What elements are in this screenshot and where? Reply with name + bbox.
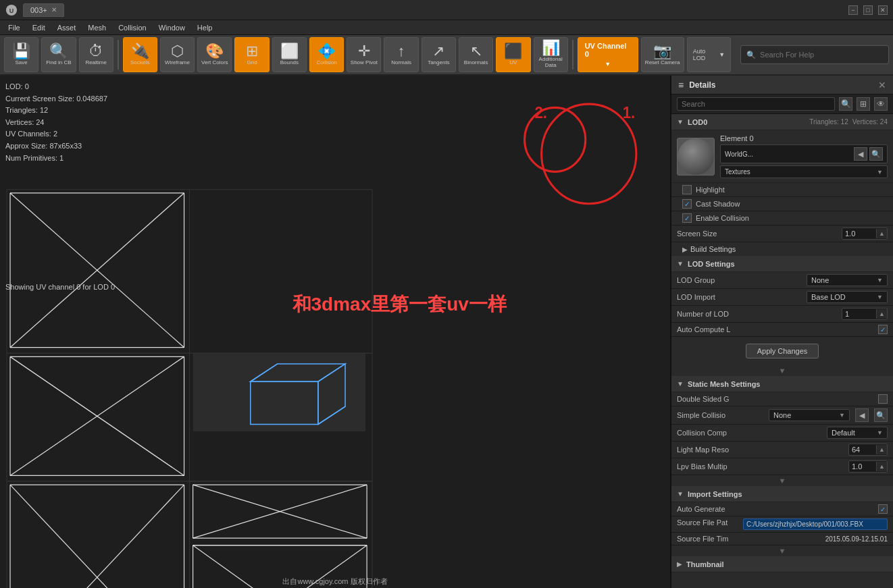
apply-changes-button[interactable]: Apply Changes <box>746 344 819 358</box>
material-world-dropdown[interactable]: WorldG... ◀ 🔍 <box>720 144 888 163</box>
bounds-button[interactable]: ⬜ Bounds <box>272 37 307 72</box>
main-content: LOD: 0 Current Screen Size: 0.048687 Tri… <box>0 76 893 588</box>
screen-size-label: Screen Size <box>677 230 836 238</box>
lod-group-dropdown[interactable]: None ▼ <box>807 274 888 286</box>
vert-colors-button[interactable]: 🎨 Vert Colors <box>197 37 232 72</box>
details-title: Details <box>689 80 873 90</box>
info-uv-channels: UV Channels: 2 <box>5 128 107 140</box>
cast-shadow-checkbox[interactable] <box>682 199 692 209</box>
screen-size-field[interactable]: ▲ <box>842 228 888 240</box>
search-icon[interactable]: 🔍 <box>839 97 852 111</box>
grid-view-button[interactable]: ⊞ <box>857 97 870 111</box>
title-bar: U 003+ ✕ − □ ✕ <box>0 0 893 20</box>
simple-collision-arrow-icon: ▼ <box>839 412 845 419</box>
static-mesh-settings-header[interactable]: ▼ Static Mesh Settings <box>671 376 893 392</box>
reset-camera-button[interactable]: 📷 Reset Camera <box>641 37 684 72</box>
binormals-icon: ↖ <box>470 44 482 59</box>
realtime-button[interactable]: ⏱ Realtime <box>79 37 113 72</box>
uv-label: UV <box>509 60 517 66</box>
double-sided-checkbox[interactable] <box>878 394 888 404</box>
thumbnail-header[interactable]: ▶ Thumbnail <box>671 556 893 572</box>
light-map-field[interactable]: ▲ <box>848 444 888 456</box>
textures-dropdown[interactable]: Textures ▼ <box>720 165 888 178</box>
light-map-input[interactable] <box>849 444 876 455</box>
viewport[interactable]: LOD: 0 Current Screen Size: 0.048687 Tri… <box>0 76 670 588</box>
tangents-button[interactable]: ↗ Tangents <box>422 37 456 72</box>
show-pivot-button[interactable]: ✛ Show Pivot <box>347 37 381 72</box>
screen-size-spinner-icon[interactable]: ▲ <box>876 229 887 238</box>
lpv-bias-row: Lpv Bias Multip ▲ <box>671 458 893 475</box>
minimize-button[interactable]: − <box>848 5 858 15</box>
svg-point-48 <box>525 107 586 171</box>
screen-size-input[interactable] <box>842 228 876 239</box>
enable-collision-checkbox[interactable] <box>682 213 692 223</box>
binormals-button[interactable]: ↖ Binormals <box>459 37 493 72</box>
search-help-field[interactable]: 🔍 <box>740 45 889 64</box>
save-button[interactable]: 💾 Save <box>4 37 39 72</box>
vert-colors-label: Vert Colors <box>201 60 228 66</box>
details-close-button[interactable]: ✕ <box>878 80 886 90</box>
close-button[interactable]: ✕ <box>878 5 888 15</box>
sockets-button[interactable]: 🔌 Sockets <box>123 37 157 72</box>
auto-generate-label: Auto Generate <box>677 505 873 513</box>
simple-collision-dropdown[interactable]: None ▼ <box>769 409 850 421</box>
wireframe-button[interactable]: ⬡ Wireframe <box>160 37 195 72</box>
bounds-label: Bounds <box>280 60 299 66</box>
grid-icon: ⊞ <box>246 44 258 59</box>
lpv-bias-spinner-icon[interactable]: ▲ <box>876 462 887 471</box>
grid-button[interactable]: ⊞ Grid <box>234 37 269 72</box>
tab-close-icon[interactable]: ✕ <box>51 6 57 14</box>
collision-comp-dropdown[interactable]: Default ▼ <box>827 427 888 439</box>
menu-collision[interactable]: Collision <box>113 22 152 33</box>
lod-settings-header[interactable]: ▼ LOD Settings <box>671 256 893 272</box>
highlight-checkbox[interactable] <box>682 185 692 194</box>
additional-data-button[interactable]: 📊 Additional Data <box>534 37 568 72</box>
lod0-section-header[interactable]: ▼ LOD0 Triangles: 12 Vertices: 24 <box>671 114 893 130</box>
normals-button[interactable]: ↑ Normals <box>384 37 418 72</box>
sockets-label: Sockets <box>130 60 149 66</box>
lod-import-dropdown[interactable]: Base LOD ▼ <box>807 291 888 303</box>
prev-material-button[interactable]: ◀ <box>854 147 867 161</box>
auto-generate-checkbox[interactable] <box>878 504 888 514</box>
lpv-bias-input[interactable] <box>849 461 876 472</box>
menu-edit[interactable]: Edit <box>27 22 51 33</box>
simple-collision-search-button[interactable]: 🔍 <box>874 408 888 422</box>
details-search-input[interactable] <box>677 97 835 111</box>
uv-channel-dropdown[interactable]: UV Channel 0 ▼ <box>578 37 638 72</box>
num-lod-field[interactable]: ▲ <box>842 308 888 320</box>
menu-window[interactable]: Window <box>153 22 190 33</box>
auto-compute-row: Auto Compute L <box>671 323 893 337</box>
num-lod-spinner-icon[interactable]: ▲ <box>876 309 887 319</box>
auto-lod-button[interactable]: Auto LOD ▼ <box>687 37 731 72</box>
light-map-spinner-icon[interactable]: ▲ <box>876 445 887 454</box>
lod-group-arrow-icon: ▼ <box>877 277 883 284</box>
collision-button[interactable]: 💠 Collision <box>309 37 344 72</box>
find-in-cb-button[interactable]: 🔍 Find in CB <box>41 37 76 72</box>
num-lod-input[interactable] <box>842 309 876 319</box>
binormals-label: Binormals <box>464 60 488 66</box>
menu-help[interactable]: Help <box>192 22 218 33</box>
scroll-down-icon-3: ▼ <box>779 547 786 555</box>
num-lod-label: Number of LOD <box>677 310 836 318</box>
active-tab[interactable]: 003+ ✕ <box>23 3 64 17</box>
menu-mesh[interactable]: Mesh <box>82 22 111 33</box>
maximize-button[interactable]: □ <box>863 5 873 15</box>
title-bar-left: U 003+ ✕ <box>5 3 64 17</box>
lod-import-value: Base LOD <box>811 293 846 301</box>
search-material-button[interactable]: 🔍 <box>869 147 883 161</box>
light-map-label: Light Map Reso <box>677 446 843 454</box>
lpv-bias-field[interactable]: ▲ <box>848 460 888 473</box>
auto-compute-checkbox[interactable] <box>878 325 888 334</box>
separator-1 <box>118 40 119 70</box>
import-settings-header[interactable]: ▼ Import Settings <box>671 486 893 502</box>
build-settings-row[interactable]: ▶ Build Settings <box>671 242 893 256</box>
search-help-input[interactable] <box>760 51 868 59</box>
simple-collision-prev-button[interactable]: ◀ <box>855 408 869 422</box>
uv-channel-arrow-icon: ▼ <box>605 61 611 68</box>
svg-point-46 <box>542 104 636 204</box>
menu-file[interactable]: File <box>3 22 26 33</box>
eye-icon[interactable]: 👁 <box>874 97 888 111</box>
menu-asset[interactable]: Asset <box>52 22 82 33</box>
scroll-indicator-3: ▼ <box>671 545 893 556</box>
uv-button[interactable]: ⬛ UV <box>496 37 530 72</box>
